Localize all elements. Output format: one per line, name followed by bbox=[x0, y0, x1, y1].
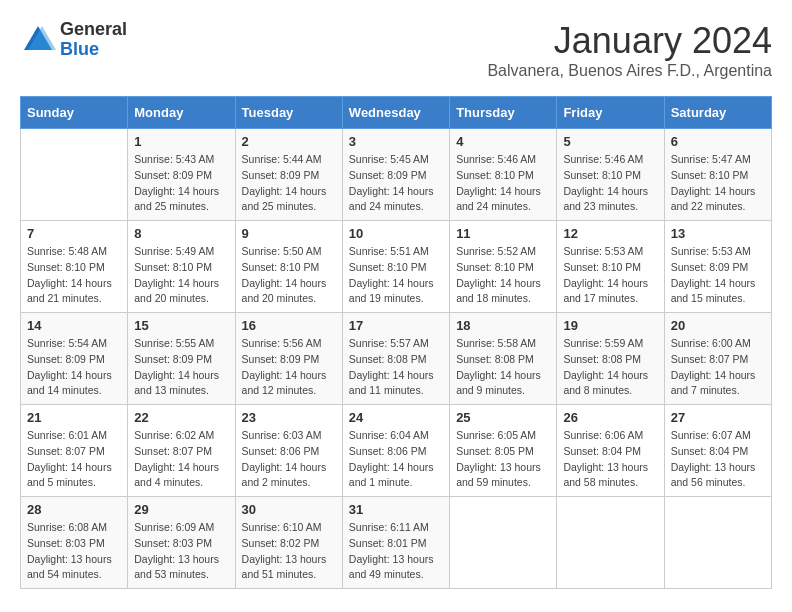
day-info: Sunrise: 5:47 AM Sunset: 8:10 PM Dayligh… bbox=[671, 152, 765, 215]
day-header-wednesday: Wednesday bbox=[342, 97, 449, 129]
day-number: 25 bbox=[456, 410, 550, 425]
calendar-week-5: 28Sunrise: 6:08 AM Sunset: 8:03 PM Dayli… bbox=[21, 497, 772, 589]
logo-icon bbox=[20, 22, 56, 58]
day-number: 24 bbox=[349, 410, 443, 425]
day-info: Sunrise: 5:53 AM Sunset: 8:10 PM Dayligh… bbox=[563, 244, 657, 307]
calendar-cell: 21Sunrise: 6:01 AM Sunset: 8:07 PM Dayli… bbox=[21, 405, 128, 497]
day-number: 8 bbox=[134, 226, 228, 241]
day-info: Sunrise: 5:58 AM Sunset: 8:08 PM Dayligh… bbox=[456, 336, 550, 399]
calendar-cell: 27Sunrise: 6:07 AM Sunset: 8:04 PM Dayli… bbox=[664, 405, 771, 497]
day-number: 6 bbox=[671, 134, 765, 149]
day-number: 1 bbox=[134, 134, 228, 149]
calendar-cell: 30Sunrise: 6:10 AM Sunset: 8:02 PM Dayli… bbox=[235, 497, 342, 589]
calendar-cell: 23Sunrise: 6:03 AM Sunset: 8:06 PM Dayli… bbox=[235, 405, 342, 497]
day-info: Sunrise: 5:49 AM Sunset: 8:10 PM Dayligh… bbox=[134, 244, 228, 307]
day-header-monday: Monday bbox=[128, 97, 235, 129]
calendar-cell: 2Sunrise: 5:44 AM Sunset: 8:09 PM Daylig… bbox=[235, 129, 342, 221]
calendar-cell: 24Sunrise: 6:04 AM Sunset: 8:06 PM Dayli… bbox=[342, 405, 449, 497]
day-info: Sunrise: 5:48 AM Sunset: 8:10 PM Dayligh… bbox=[27, 244, 121, 307]
day-info: Sunrise: 5:46 AM Sunset: 8:10 PM Dayligh… bbox=[563, 152, 657, 215]
calendar-cell: 22Sunrise: 6:02 AM Sunset: 8:07 PM Dayli… bbox=[128, 405, 235, 497]
calendar-cell: 26Sunrise: 6:06 AM Sunset: 8:04 PM Dayli… bbox=[557, 405, 664, 497]
calendar-cell: 14Sunrise: 5:54 AM Sunset: 8:09 PM Dayli… bbox=[21, 313, 128, 405]
calendar-cell: 5Sunrise: 5:46 AM Sunset: 8:10 PM Daylig… bbox=[557, 129, 664, 221]
day-info: Sunrise: 5:54 AM Sunset: 8:09 PM Dayligh… bbox=[27, 336, 121, 399]
day-info: Sunrise: 5:52 AM Sunset: 8:10 PM Dayligh… bbox=[456, 244, 550, 307]
day-info: Sunrise: 6:11 AM Sunset: 8:01 PM Dayligh… bbox=[349, 520, 443, 583]
day-header-saturday: Saturday bbox=[664, 97, 771, 129]
calendar-cell: 29Sunrise: 6:09 AM Sunset: 8:03 PM Dayli… bbox=[128, 497, 235, 589]
day-info: Sunrise: 6:09 AM Sunset: 8:03 PM Dayligh… bbox=[134, 520, 228, 583]
day-number: 5 bbox=[563, 134, 657, 149]
logo: General Blue bbox=[20, 20, 127, 60]
title-section: January 2024 Balvanera, Buenos Aires F.D… bbox=[487, 20, 772, 80]
day-header-thursday: Thursday bbox=[450, 97, 557, 129]
day-number: 16 bbox=[242, 318, 336, 333]
day-number: 11 bbox=[456, 226, 550, 241]
calendar-cell: 12Sunrise: 5:53 AM Sunset: 8:10 PM Dayli… bbox=[557, 221, 664, 313]
day-number: 28 bbox=[27, 502, 121, 517]
calendar-cell: 15Sunrise: 5:55 AM Sunset: 8:09 PM Dayli… bbox=[128, 313, 235, 405]
day-info: Sunrise: 5:44 AM Sunset: 8:09 PM Dayligh… bbox=[242, 152, 336, 215]
calendar-cell: 3Sunrise: 5:45 AM Sunset: 8:09 PM Daylig… bbox=[342, 129, 449, 221]
calendar-cell bbox=[21, 129, 128, 221]
day-number: 18 bbox=[456, 318, 550, 333]
calendar-cell bbox=[664, 497, 771, 589]
day-number: 14 bbox=[27, 318, 121, 333]
day-info: Sunrise: 6:07 AM Sunset: 8:04 PM Dayligh… bbox=[671, 428, 765, 491]
logo-blue: Blue bbox=[60, 40, 127, 60]
day-info: Sunrise: 6:08 AM Sunset: 8:03 PM Dayligh… bbox=[27, 520, 121, 583]
day-info: Sunrise: 5:59 AM Sunset: 8:08 PM Dayligh… bbox=[563, 336, 657, 399]
calendar-cell bbox=[450, 497, 557, 589]
calendar-cell: 20Sunrise: 6:00 AM Sunset: 8:07 PM Dayli… bbox=[664, 313, 771, 405]
day-number: 10 bbox=[349, 226, 443, 241]
calendar-cell: 16Sunrise: 5:56 AM Sunset: 8:09 PM Dayli… bbox=[235, 313, 342, 405]
day-number: 4 bbox=[456, 134, 550, 149]
day-number: 3 bbox=[349, 134, 443, 149]
calendar-table: SundayMondayTuesdayWednesdayThursdayFrid… bbox=[20, 96, 772, 589]
day-number: 26 bbox=[563, 410, 657, 425]
day-header-friday: Friday bbox=[557, 97, 664, 129]
calendar-cell: 7Sunrise: 5:48 AM Sunset: 8:10 PM Daylig… bbox=[21, 221, 128, 313]
day-number: 12 bbox=[563, 226, 657, 241]
day-number: 13 bbox=[671, 226, 765, 241]
day-number: 15 bbox=[134, 318, 228, 333]
day-info: Sunrise: 5:55 AM Sunset: 8:09 PM Dayligh… bbox=[134, 336, 228, 399]
day-info: Sunrise: 5:43 AM Sunset: 8:09 PM Dayligh… bbox=[134, 152, 228, 215]
calendar-cell: 11Sunrise: 5:52 AM Sunset: 8:10 PM Dayli… bbox=[450, 221, 557, 313]
day-info: Sunrise: 5:53 AM Sunset: 8:09 PM Dayligh… bbox=[671, 244, 765, 307]
day-info: Sunrise: 5:50 AM Sunset: 8:10 PM Dayligh… bbox=[242, 244, 336, 307]
calendar-cell: 17Sunrise: 5:57 AM Sunset: 8:08 PM Dayli… bbox=[342, 313, 449, 405]
day-number: 2 bbox=[242, 134, 336, 149]
day-info: Sunrise: 6:02 AM Sunset: 8:07 PM Dayligh… bbox=[134, 428, 228, 491]
day-number: 21 bbox=[27, 410, 121, 425]
day-info: Sunrise: 6:04 AM Sunset: 8:06 PM Dayligh… bbox=[349, 428, 443, 491]
calendar-cell: 19Sunrise: 5:59 AM Sunset: 8:08 PM Dayli… bbox=[557, 313, 664, 405]
day-info: Sunrise: 6:05 AM Sunset: 8:05 PM Dayligh… bbox=[456, 428, 550, 491]
day-info: Sunrise: 5:46 AM Sunset: 8:10 PM Dayligh… bbox=[456, 152, 550, 215]
calendar-cell: 9Sunrise: 5:50 AM Sunset: 8:10 PM Daylig… bbox=[235, 221, 342, 313]
day-number: 27 bbox=[671, 410, 765, 425]
header: General Blue January 2024 Balvanera, Bue… bbox=[20, 20, 772, 80]
calendar-header-row: SundayMondayTuesdayWednesdayThursdayFrid… bbox=[21, 97, 772, 129]
logo-text: General Blue bbox=[60, 20, 127, 60]
day-info: Sunrise: 6:10 AM Sunset: 8:02 PM Dayligh… bbox=[242, 520, 336, 583]
day-info: Sunrise: 6:00 AM Sunset: 8:07 PM Dayligh… bbox=[671, 336, 765, 399]
calendar-cell: 1Sunrise: 5:43 AM Sunset: 8:09 PM Daylig… bbox=[128, 129, 235, 221]
month-title: January 2024 bbox=[487, 20, 772, 62]
calendar-week-3: 14Sunrise: 5:54 AM Sunset: 8:09 PM Dayli… bbox=[21, 313, 772, 405]
calendar-cell bbox=[557, 497, 664, 589]
logo-general: General bbox=[60, 20, 127, 40]
day-number: 30 bbox=[242, 502, 336, 517]
day-number: 19 bbox=[563, 318, 657, 333]
calendar-cell: 31Sunrise: 6:11 AM Sunset: 8:01 PM Dayli… bbox=[342, 497, 449, 589]
day-info: Sunrise: 5:57 AM Sunset: 8:08 PM Dayligh… bbox=[349, 336, 443, 399]
location-subtitle: Balvanera, Buenos Aires F.D., Argentina bbox=[487, 62, 772, 80]
calendar-cell: 4Sunrise: 5:46 AM Sunset: 8:10 PM Daylig… bbox=[450, 129, 557, 221]
day-info: Sunrise: 6:06 AM Sunset: 8:04 PM Dayligh… bbox=[563, 428, 657, 491]
day-number: 29 bbox=[134, 502, 228, 517]
calendar-cell: 10Sunrise: 5:51 AM Sunset: 8:10 PM Dayli… bbox=[342, 221, 449, 313]
calendar-cell: 18Sunrise: 5:58 AM Sunset: 8:08 PM Dayli… bbox=[450, 313, 557, 405]
day-number: 7 bbox=[27, 226, 121, 241]
day-number: 22 bbox=[134, 410, 228, 425]
